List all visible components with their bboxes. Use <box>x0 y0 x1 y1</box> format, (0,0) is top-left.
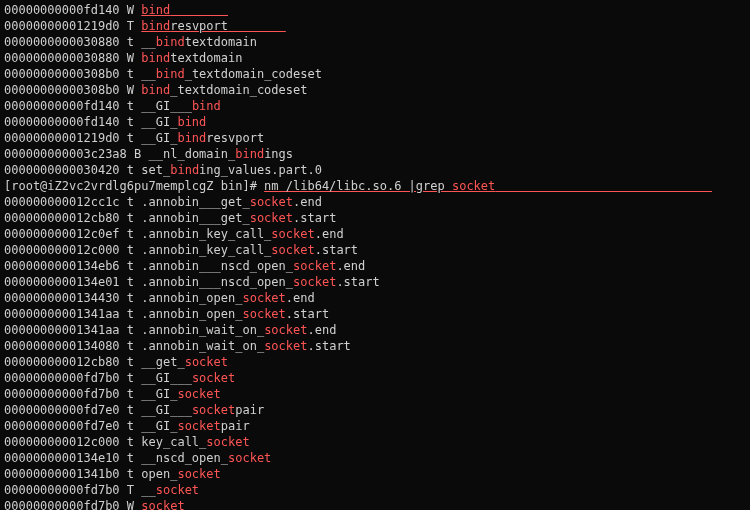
terminal-line: 00000000000fd140 W bind <box>4 2 746 18</box>
symbol-address: 00000000000fd140 <box>4 115 120 129</box>
symbol-name: bind_textdomain_codeset <box>141 83 307 97</box>
terminal-line: 00000000001341aa t .annobin_wait_on_sock… <box>4 322 746 338</box>
symbol-address: 000000000012c000 <box>4 243 120 257</box>
symbol-type-flag: t <box>127 227 134 241</box>
terminal-line: 000000000012cb80 t __get_socket <box>4 354 746 370</box>
symbol-type-flag: t <box>127 67 134 81</box>
symbol-type-flag: B <box>134 147 141 161</box>
symbol-name: __bindtextdomain <box>141 35 257 49</box>
terminal-line: 0000000000030880 t __bindtextdomain <box>4 34 746 50</box>
terminal-line: 0000000000134eb6 t .annobin___nscd_open_… <box>4 258 746 274</box>
symbol-name: __GI___socketpair <box>141 403 264 417</box>
symbol-name: .annobin___get_socket.end <box>141 195 322 209</box>
symbol-name: .annobin_key_call_socket.end <box>141 227 343 241</box>
terminal-line: 00000000000fd7b0 W socket <box>4 498 746 510</box>
symbol-address: 000000000012cc1c <box>4 195 120 209</box>
symbol-name: .annobin_open_socket.start <box>141 307 329 321</box>
symbol-address: 0000000000134e10 <box>4 451 120 465</box>
symbol-name: __get_socket <box>141 355 228 369</box>
symbol-name: bindtextdomain <box>141 51 242 65</box>
shell-command[interactable]: nm /lib64/libc.so.6 |grep socket <box>264 179 712 193</box>
symbol-address: 00000000001341aa <box>4 323 120 337</box>
symbol-type-flag: t <box>127 371 134 385</box>
terminal-line: 00000000000308b0 W bind_textdomain_codes… <box>4 82 746 98</box>
symbol-type-flag: t <box>127 387 134 401</box>
symbol-type-flag: W <box>127 3 134 17</box>
symbol-address: 00000000000fd140 <box>4 3 120 17</box>
symbol-address: 0000000000030880 <box>4 51 120 65</box>
symbol-name: __nscd_open_socket <box>141 451 271 465</box>
symbol-name: __nl_domain_bindings <box>149 147 294 161</box>
symbol-type-flag: t <box>127 307 134 321</box>
symbol-type-flag: W <box>127 499 134 510</box>
symbol-type-flag: t <box>127 115 134 129</box>
symbol-name: open_socket <box>141 467 220 481</box>
symbol-type-flag: t <box>127 435 134 449</box>
terminal-line: 000000000012cc1c t .annobin___get_socket… <box>4 194 746 210</box>
terminal-line: 00000000001341aa t .annobin_open_socket.… <box>4 306 746 322</box>
terminal-line: 000000000012c000 t key_call_socket <box>4 434 746 450</box>
symbol-type-flag: t <box>127 163 134 177</box>
symbol-type-flag: t <box>127 259 134 273</box>
terminal-line: 00000000000fd7e0 t __GI___socketpair <box>4 402 746 418</box>
symbol-type-flag: t <box>127 467 134 481</box>
symbol-address: 000000000012c000 <box>4 435 120 449</box>
symbol-type-flag: t <box>127 403 134 417</box>
symbol-address: 00000000000fd140 <box>4 99 120 113</box>
symbol-name: bind <box>141 3 228 17</box>
symbol-type-flag: t <box>127 275 134 289</box>
symbol-address: 00000000001341aa <box>4 307 120 321</box>
symbol-type-flag: t <box>127 419 134 433</box>
symbol-name: __GI_socket <box>141 387 220 401</box>
terminal-line: 00000000001341b0 t open_socket <box>4 466 746 482</box>
symbol-address: 00000000001341b0 <box>4 467 120 481</box>
terminal-line: 000000000003c23a8 B __nl_domain_bindings <box>4 146 746 162</box>
terminal-line: 00000000001219d0 T bindresvport <box>4 18 746 34</box>
terminal-line: 000000000012c0ef t .annobin_key_call_soc… <box>4 226 746 242</box>
terminal-line: 00000000000fd7b0 t __GI_socket <box>4 386 746 402</box>
terminal-line: 0000000000134e10 t __nscd_open_socket <box>4 450 746 466</box>
symbol-name: __GI_bindresvport <box>141 131 264 145</box>
terminal-line: 00000000000fd7b0 t __GI___socket <box>4 370 746 386</box>
symbol-address: 000000000012cb80 <box>4 355 120 369</box>
terminal-line: 00000000000fd7e0 t __GI_socketpair <box>4 418 746 434</box>
terminal-output: 00000000000fd140 W bind 00000000001219d0… <box>0 0 750 510</box>
symbol-type-flag: t <box>127 243 134 257</box>
symbol-type-flag: T <box>127 19 134 33</box>
symbol-name: __socket <box>141 483 199 497</box>
symbol-address: 00000000000fd7e0 <box>4 403 120 417</box>
terminal-line: 000000000012c000 t .annobin_key_call_soc… <box>4 242 746 258</box>
symbol-address: 000000000003c23a8 <box>4 147 127 161</box>
symbol-address: 000000000012cb80 <box>4 211 120 225</box>
terminal-line: 0000000000134430 t .annobin_open_socket.… <box>4 290 746 306</box>
symbol-type-flag: t <box>127 323 134 337</box>
terminal-line: [root@iZ2vc2vrdlg6pu7memplcgZ bin]# nm /… <box>4 178 746 194</box>
symbol-name: .annobin_wait_on_socket.start <box>141 339 351 353</box>
symbol-address: 000000000012c0ef <box>4 227 120 241</box>
symbol-type-flag: W <box>127 51 134 65</box>
symbol-type-flag: t <box>127 35 134 49</box>
symbol-address: 00000000001219d0 <box>4 19 120 33</box>
symbol-address: 00000000000fd7b0 <box>4 499 120 510</box>
symbol-type-flag: t <box>127 291 134 305</box>
terminal-line: 0000000000030420 t set_binding_values.pa… <box>4 162 746 178</box>
symbol-address: 0000000000134e01 <box>4 275 120 289</box>
symbol-name: socket <box>141 499 184 510</box>
symbol-type-flag: t <box>127 211 134 225</box>
terminal-line: 00000000000308b0 t __bind_textdomain_cod… <box>4 66 746 82</box>
symbol-address: 0000000000030880 <box>4 35 120 49</box>
symbol-address: 0000000000134080 <box>4 339 120 353</box>
symbol-type-flag: t <box>127 99 134 113</box>
symbol-type-flag: t <box>127 195 134 209</box>
symbol-name: key_call_socket <box>141 435 249 449</box>
symbol-name: __bind_textdomain_codeset <box>141 67 322 81</box>
symbol-address: 0000000000030420 <box>4 163 120 177</box>
symbol-type-flag: t <box>127 131 134 145</box>
terminal-line: 00000000000fd7b0 T __socket <box>4 482 746 498</box>
symbol-name: __GI___socket <box>141 371 235 385</box>
symbol-name: bindresvport <box>141 19 286 33</box>
symbol-type-flag: t <box>127 451 134 465</box>
symbol-address: 00000000000fd7b0 <box>4 371 120 385</box>
symbol-name: .annobin_wait_on_socket.end <box>141 323 336 337</box>
terminal-line: 0000000000134e01 t .annobin___nscd_open_… <box>4 274 746 290</box>
